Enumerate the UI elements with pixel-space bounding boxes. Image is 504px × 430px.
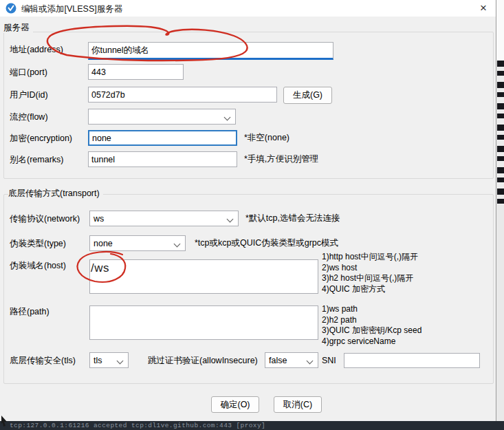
network-select[interactable]: ws <box>89 211 239 226</box>
host-label: 伪装域名(host) <box>10 261 66 271</box>
allow-insecure-label: 跳过证书验证(allowInsecure) <box>148 356 258 366</box>
background-strip-top <box>496 0 504 61</box>
type-hint: *tcp或kcp或QUIC伪装类型或grpc模式 <box>195 238 338 248</box>
title-bar: 编辑或添加[VLESS]服务器 × <box>0 0 496 17</box>
network-label: 传输协议(network) <box>10 214 80 224</box>
host-hints: 1)http host中间逗号(,)隔开 2)ws host 3)h2 host… <box>322 252 418 294</box>
window-title: 编辑或添加[VLESS]服务器 <box>21 3 122 15</box>
sni-input[interactable] <box>344 353 480 368</box>
chevron-down-icon <box>117 358 124 365</box>
remarks-hint: *手填,方便识别管理 <box>244 154 318 164</box>
sni-label: SNI <box>322 356 336 366</box>
port-input[interactable] <box>88 64 184 80</box>
close-icon[interactable]: × <box>474 0 493 17</box>
remarks-input[interactable] <box>88 151 237 167</box>
server-group-label: 服务器 <box>3 23 33 33</box>
type-label: 伪装类型(type) <box>10 239 66 249</box>
chevron-down-icon <box>307 358 314 365</box>
flow-label: 流控(flow) <box>10 112 48 122</box>
type-select[interactable]: none <box>89 235 186 251</box>
type-value: none <box>94 239 113 248</box>
remarks-label: 别名(remarks) <box>10 155 63 165</box>
allow-insecure-select[interactable]: false <box>265 352 318 368</box>
background-window-strip <box>496 0 504 421</box>
vless-server-dialog: 编辑或添加[VLESS]服务器 × 服务器 地址(address) 端口(por… <box>0 0 496 421</box>
transport-group-label: 底层传输方式(transport) <box>8 189 103 199</box>
user-id-input[interactable] <box>88 87 277 103</box>
generate-id-button[interactable]: 生成(G) <box>283 87 332 104</box>
tls-select[interactable]: tls <box>89 352 129 368</box>
encryption-label: 加密(encryption) <box>10 133 72 144</box>
chevron-down-icon <box>227 216 234 223</box>
network-value: ws <box>94 214 104 224</box>
tls-label: 底层传输安全(tls) <box>10 356 76 366</box>
log-text: tcp:127.0.0.1:61216 accepted tcp:dl1ve.g… <box>10 422 265 429</box>
path-textarea[interactable] <box>89 305 318 340</box>
port-label: 端口(port) <box>10 67 47 78</box>
address-label: 地址(address) <box>10 45 63 55</box>
chevron-down-icon <box>174 241 181 248</box>
tls-value: tls <box>94 356 102 365</box>
address-input[interactable] <box>88 42 333 60</box>
encryption-hint: *非空(none) <box>244 133 289 143</box>
ws-annotation-text: /ws <box>91 261 109 275</box>
encryption-input[interactable] <box>88 130 237 146</box>
chevron-down-icon <box>224 114 231 121</box>
cancel-button[interactable]: 取消(C) <box>274 396 322 413</box>
flow-select[interactable] <box>88 109 236 125</box>
ok-button[interactable]: 确定(O) <box>211 396 259 413</box>
v2rayn-app-icon <box>6 3 17 14</box>
background-log-bar: tcp:127.0.0.1:61216 accepted tcp:dl1ve.g… <box>0 421 504 430</box>
path-label: 路径(path) <box>10 307 50 317</box>
allow-insecure-value: false <box>269 356 287 365</box>
network-hint: *默认tcp,选错会无法连接 <box>245 213 340 224</box>
user-id-label: 用户ID(id) <box>10 90 48 100</box>
host-textarea[interactable] <box>89 259 318 294</box>
screen: 编辑或添加[VLESS]服务器 × 服务器 地址(address) 端口(por… <box>0 0 504 430</box>
background-text-sliver <box>497 61 504 205</box>
path-hints: 1)ws path 2)h2 path 3)QUIC 加密密钥/Kcp seed… <box>322 304 421 347</box>
